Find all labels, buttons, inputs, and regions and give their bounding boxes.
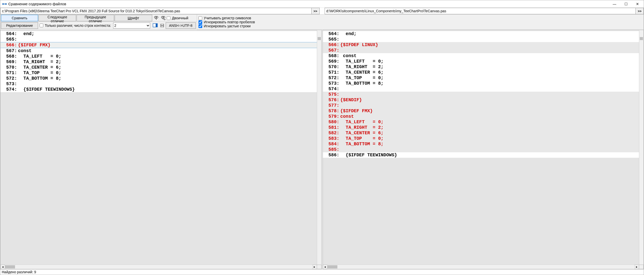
- binary-checkbox[interactable]: [167, 16, 170, 20]
- left-code-area[interactable]: 564: end;565:566:{$IFDEF FMX}567:const56…: [1, 30, 321, 264]
- save-icon[interactable]: [159, 22, 166, 29]
- find-next-icon[interactable]: [160, 15, 167, 21]
- font-button[interactable]: Шрифт: [115, 15, 152, 21]
- right-hscrollbar[interactable]: ◄ ►: [323, 264, 644, 269]
- line-text: [340, 147, 644, 152]
- edit-button[interactable]: Редактирование: [1, 22, 38, 29]
- only-diffs-checkbox-row[interactable]: Только различия; число строк контекста:: [40, 24, 111, 28]
- code-line[interactable]: 570: TA_RIGHT = 2;: [323, 64, 644, 70]
- line-text: end;: [18, 31, 321, 37]
- code-line[interactable]: 576:{$ENDIF}: [323, 97, 644, 103]
- right-code-area[interactable]: 564: end;565:566:{$IFDEF LINUX}567:568: …: [323, 30, 644, 264]
- code-line[interactable]: 565:: [1, 37, 321, 42]
- line-number: 566:: [1, 42, 18, 48]
- scroll-left-icon[interactable]: ◄: [1, 265, 5, 269]
- right-path-browse-button[interactable]: >>: [636, 8, 644, 14]
- code-line[interactable]: 585:: [323, 147, 644, 152]
- line-number: 573:: [323, 81, 340, 86]
- code-line[interactable]: 583: TA_TOP = 0;: [323, 136, 644, 141]
- right-path-input[interactable]: [325, 8, 636, 14]
- maximize-button[interactable]: ☐: [620, 0, 632, 8]
- line-text: TA_TOP = 0;: [340, 75, 644, 81]
- code-line[interactable]: 584: TA_BOTTOM = 8;: [323, 141, 644, 147]
- ignore-spaces-label: Игнорировать повтор пробелов: [204, 20, 255, 24]
- code-line[interactable]: 578:{$IFDEF FMX}: [323, 108, 644, 114]
- left-path-input[interactable]: [0, 8, 312, 14]
- scroll-corner: [639, 265, 643, 269]
- line-number: 571:: [1, 70, 18, 76]
- line-number: 569:: [323, 59, 340, 64]
- left-hscrollbar[interactable]: ◄ ►: [1, 264, 321, 269]
- svg-line-10: [163, 18, 163, 20]
- line-text: [18, 37, 321, 42]
- context-lines-combo[interactable]: 2: [113, 23, 150, 29]
- code-line[interactable]: 572: TA_BOTTOM = 8;: [1, 76, 321, 81]
- line-number: 584:: [323, 141, 340, 147]
- prev-diff-button[interactable]: Предыдущее отличие: [77, 15, 114, 21]
- case-sensitive-label: Учитывать регистр символов: [204, 16, 251, 20]
- svg-point-6: [156, 16, 158, 18]
- line-text: TA_RIGHT = 2;: [340, 64, 644, 70]
- line-number: 577:: [323, 103, 340, 108]
- case-sensitive-checkbox[interactable]: [198, 16, 202, 20]
- code-line[interactable]: 581: TA_RIGHT = 2;: [323, 125, 644, 130]
- code-line[interactable]: 567:: [323, 48, 644, 53]
- line-number: 569:: [1, 59, 18, 65]
- line-number: 572:: [1, 76, 18, 81]
- copy-block-icon[interactable]: [152, 22, 159, 29]
- line-number: 570:: [1, 65, 18, 70]
- line-number: 586:: [323, 152, 340, 158]
- encoding-button[interactable]: ANSI<->UTF-8: [166, 22, 196, 29]
- compare-button[interactable]: Сравнить: [1, 15, 38, 21]
- right-vscrollbar[interactable]: [639, 30, 643, 264]
- case-sensitive-row[interactable]: Учитывать регистр символов: [198, 16, 642, 20]
- binary-checkbox-row[interactable]: Двоичный: [167, 16, 188, 20]
- next-diff-button[interactable]: Следующее отличие: [39, 15, 76, 21]
- code-line[interactable]: 572: TA_TOP = 0;: [323, 75, 644, 81]
- ignore-spaces-checkbox[interactable]: [198, 20, 202, 24]
- code-line[interactable]: 571: TA_TOP = 0;: [1, 70, 321, 76]
- code-line[interactable]: 574:: [323, 86, 644, 92]
- ignore-lines-row[interactable]: Игнорировать частые строки: [198, 24, 642, 28]
- code-line[interactable]: 566:{$IFDEF FMX}: [1, 42, 321, 48]
- line-text: TA_CENTER = 6;: [340, 70, 644, 75]
- scroll-right-icon[interactable]: ►: [312, 265, 317, 269]
- code-line[interactable]: 570: TA_CENTER = 6;: [1, 65, 321, 70]
- code-line[interactable]: 586: {$IFDEF TEEWINDOWS}: [323, 152, 644, 158]
- code-line[interactable]: 564: end;: [1, 31, 321, 37]
- code-line[interactable]: 568: TA_LEFT = 0;: [1, 54, 321, 59]
- svg-marker-3: [3, 3, 4, 5]
- code-line[interactable]: 582: TA_CENTER = 6;: [323, 130, 644, 136]
- left-path-browse-button[interactable]: >>: [312, 8, 320, 14]
- minimize-button[interactable]: —: [609, 0, 620, 8]
- code-line[interactable]: 566:{$IFDEF LINUX}: [323, 42, 644, 48]
- code-line[interactable]: 564: end;: [323, 31, 644, 37]
- code-line[interactable]: 577:: [323, 103, 644, 108]
- only-diffs-checkbox[interactable]: [40, 24, 43, 27]
- find-icon[interactable]: [153, 15, 160, 21]
- code-line[interactable]: 573:: [1, 81, 321, 87]
- code-line[interactable]: 574: {$IFDEF TEEWINDOWS}: [1, 87, 321, 92]
- titlebar: Сравнение содержимого файлов — ☐ ✕: [0, 0, 644, 8]
- code-line[interactable]: 575:: [323, 92, 644, 97]
- code-line[interactable]: 571: TA_CENTER = 6;: [323, 70, 644, 75]
- code-line[interactable]: 567:const: [1, 48, 321, 54]
- ignore-spaces-row[interactable]: Игнорировать повтор пробелов: [198, 20, 642, 24]
- line-text: [340, 86, 644, 92]
- line-number: 566:: [323, 42, 340, 48]
- close-button[interactable]: ✕: [632, 0, 643, 8]
- scroll-right-icon[interactable]: ►: [634, 265, 639, 269]
- left-pane: 564: end;565:566:{$IFDEF FMX}567:const56…: [0, 30, 322, 269]
- code-line[interactable]: 569: TA_LEFT = 0;: [323, 59, 644, 64]
- ignore-lines-checkbox[interactable]: [198, 24, 202, 28]
- code-line[interactable]: 568: const: [323, 53, 644, 59]
- scroll-left-icon[interactable]: ◄: [323, 265, 327, 269]
- left-vscrollbar[interactable]: [317, 30, 321, 264]
- line-number: 574:: [323, 86, 340, 92]
- code-line[interactable]: 579:const: [323, 114, 644, 119]
- code-line[interactable]: 565:: [323, 37, 644, 42]
- code-line[interactable]: 580: TA_LEFT = 0;: [323, 119, 644, 125]
- code-line[interactable]: 569: TA_RIGHT = 2;: [1, 59, 321, 65]
- line-number: 582:: [323, 130, 340, 136]
- code-line[interactable]: 573: TA_BOTTOM = 8;: [323, 81, 644, 86]
